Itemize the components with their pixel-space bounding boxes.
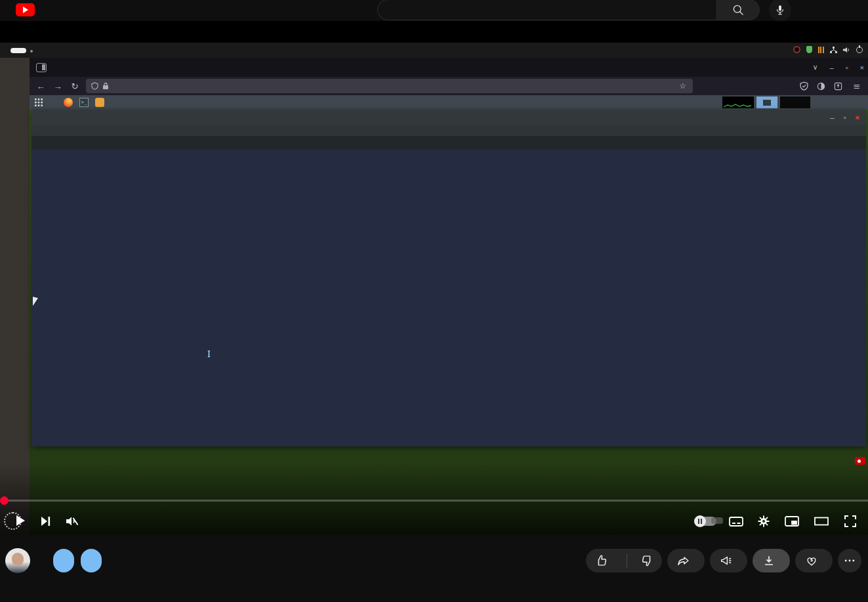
firefox-tab-bar: ∨ – ▫ × [30, 58, 868, 77]
terminal-window-buttons: – ▫ × [831, 110, 859, 125]
progress-track [0, 500, 868, 502]
thanks-heart-icon: $ [804, 553, 819, 568]
mouse-pointer [33, 297, 38, 306]
theater-mode-button[interactable] [810, 508, 833, 534]
youtube-masthead [0, 0, 868, 21]
app-taskbar-icon[interactable] [95, 98, 104, 107]
subscribe-dot-icon [858, 460, 861, 463]
text-cursor: I [207, 349, 211, 360]
active-terminal-taskbar-button[interactable] [756, 97, 777, 108]
window-pill-decoration [10, 48, 26, 53]
analytics-button[interactable] [53, 549, 74, 572]
volume-tray-icon [843, 47, 850, 53]
terminal-close-icon[interactable]: × [856, 114, 859, 121]
protection-shield-icon[interactable] [800, 81, 808, 91]
miniplayer-icon [783, 513, 800, 530]
youtube-logo[interactable] [16, 3, 39, 16]
download-button[interactable] [753, 549, 790, 572]
action-buttons: $ [586, 549, 861, 572]
network-monitor-graph [722, 97, 754, 108]
forward-icon[interactable]: → [52, 81, 64, 91]
terminal-menubar [31, 125, 866, 136]
mic-icon [774, 4, 786, 16]
thanks-button[interactable]: $ [795, 549, 833, 572]
terminal-window[interactable]: – ▫ × I [31, 110, 866, 446]
miniplayer-button[interactable] [780, 508, 804, 534]
next-icon [38, 513, 54, 529]
youtube-play-icon [16, 3, 35, 16]
terminal-minimize-icon[interactable]: – [831, 114, 835, 121]
settings-button[interactable] [753, 508, 774, 534]
progress-bar[interactable] [0, 500, 868, 502]
channel-row: $ [5, 548, 861, 573]
vnc-desktop: – ▫ × I [30, 110, 868, 535]
progress-scrubber[interactable] [0, 496, 9, 505]
more-dots-icon [843, 554, 856, 567]
lock-icon[interactable] [102, 82, 109, 90]
minimize-icon[interactable]: – [830, 64, 834, 72]
tab-list-chevron-icon[interactable]: ∨ [812, 63, 817, 72]
fullscreen-icon [842, 513, 858, 529]
play-icon [10, 511, 29, 530]
like-button[interactable] [586, 549, 622, 572]
fullscreen-button[interactable] [839, 508, 861, 534]
play-button[interactable] [3, 508, 33, 534]
security-shield-tray-icon [806, 46, 812, 53]
video-player[interactable]: ∨ – ▫ × ← → ↻ ☆ ≡ [0, 21, 868, 535]
thumbs-up-icon [594, 553, 609, 568]
restore-icon[interactable]: ▫ [846, 64, 848, 72]
firefox-nav-bar: ← → ↻ ☆ ≡ [30, 77, 868, 95]
vnc-taskbar-right [717, 97, 810, 108]
reload-icon[interactable]: ↻ [69, 81, 81, 91]
recorded-desktop-topbar [0, 43, 868, 58]
terminal-maximize-icon[interactable]: ▫ [844, 114, 846, 121]
thumbs-down-icon [640, 553, 654, 568]
dislike-button[interactable] [632, 549, 662, 572]
next-button[interactable] [33, 508, 59, 534]
search-button[interactable] [716, 0, 760, 20]
dark-mode-icon[interactable] [817, 82, 825, 91]
megaphone-icon [719, 553, 734, 568]
vnc-app-icons: >_ [64, 98, 104, 107]
mute-button[interactable] [59, 508, 85, 534]
terminal-tabbar [31, 136, 866, 150]
close-icon[interactable]: × [860, 64, 864, 72]
back-icon[interactable]: ← [35, 81, 47, 91]
vnc-taskbar: >_ [30, 95, 868, 110]
search-area [377, 0, 791, 21]
terminal-content[interactable]: I [31, 150, 866, 446]
search-input[interactable] [377, 0, 716, 20]
menu-hamburger-icon[interactable]: ≡ [851, 81, 863, 91]
firefox-taskbar-icon[interactable] [64, 98, 73, 107]
volume-muted-icon [64, 513, 80, 529]
edit-video-button[interactable] [81, 549, 102, 572]
subtitles-button[interactable] [725, 508, 747, 534]
power-tray-icon [856, 47, 863, 53]
permissions-shield-icon[interactable] [91, 82, 98, 90]
taskbar-spacer [780, 97, 810, 108]
mic-button[interactable] [769, 0, 791, 21]
url-bar[interactable]: ☆ [86, 79, 693, 93]
desktop-dock [0, 58, 30, 535]
applications-grid-icon[interactable] [35, 98, 43, 106]
save-to-pocket-icon[interactable] [834, 82, 842, 91]
share-button[interactable] [667, 549, 705, 572]
theater-icon [813, 513, 830, 530]
terminal-titlebar[interactable]: – ▫ × [31, 110, 866, 125]
channel-avatar[interactable] [5, 548, 30, 573]
promote-button[interactable] [710, 549, 747, 572]
pill-divider [627, 553, 627, 568]
player-controls-left [3, 508, 91, 534]
firefox-view-icon[interactable] [36, 63, 47, 72]
download-tooltip [711, 517, 723, 524]
window-dot-decoration [30, 50, 33, 53]
terminal-taskbar-icon[interactable]: >_ [79, 98, 89, 107]
more-actions-button[interactable] [838, 549, 861, 572]
subscribe-watermark[interactable] [855, 457, 865, 465]
nav-right-icons: ≡ [800, 81, 863, 91]
download-icon [762, 553, 776, 568]
firefox-window-controls: ∨ – ▫ × [812, 58, 864, 77]
equalizer-tray-icon [818, 47, 824, 53]
recording-tray-icon [793, 46, 800, 53]
bookmark-star-icon[interactable]: ☆ [679, 81, 688, 91]
